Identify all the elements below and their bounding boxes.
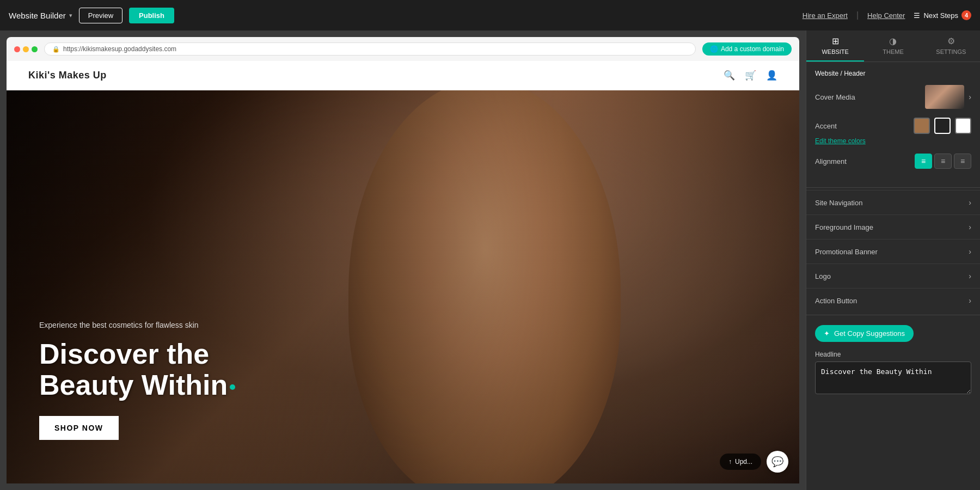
top-bar-right: Hire an Expert | Help Center ☰ Next Step…	[803, 10, 971, 20]
cover-media-chevron-icon[interactable]: ›	[969, 93, 971, 101]
site-header-icons: 🔍 🛒 👤	[724, 70, 777, 81]
chat-icon: 💬	[771, 456, 783, 468]
search-icon[interactable]: 🔍	[724, 70, 735, 81]
copy-suggestions-label: Get Copy Suggestions	[834, 329, 905, 338]
browser-dot-red	[14, 46, 20, 52]
hire-expert-link[interactable]: Hire an Expert	[803, 11, 848, 20]
hero-section: Experience the best cosmetics for flawle…	[7, 90, 799, 483]
browser-url-bar[interactable]: 🔒 https://kikismakesup.godaddysites.com	[44, 42, 696, 56]
tab-theme[interactable]: ◑ THEME	[864, 30, 922, 62]
builder-title-text: Website Builder	[9, 11, 66, 20]
top-bar: Website Builder ▾ Preview Publish Hire a…	[0, 0, 980, 30]
copy-suggestions-icon: ✦	[824, 329, 830, 338]
hero-content: Experience the best cosmetics for flawle…	[39, 320, 268, 440]
builder-title[interactable]: Website Builder ▾	[9, 11, 72, 20]
site-navigation-chevron-icon: ›	[969, 198, 971, 207]
alignment-buttons: ≡ ≡ ≡	[915, 154, 971, 169]
nav-item-site-navigation[interactable]: Site Navigation ›	[806, 190, 980, 215]
top-bar-left: Website Builder ▾ Preview Publish	[9, 8, 174, 23]
site-navigation-label: Site Navigation	[815, 199, 862, 207]
hero-title-text: Discover the Beauty Within	[39, 338, 228, 401]
main-content: 🔒 https://kikismakesup.godaddysites.com …	[0, 30, 980, 490]
website-tab-icon: ⊞	[832, 36, 839, 46]
update-icon: ↑	[728, 458, 732, 465]
panel-divider	[806, 187, 980, 188]
site-header: Kiki's Makes Up 🔍 🛒 👤	[7, 61, 799, 90]
get-copy-suggestions-button[interactable]: ✦ Get Copy Suggestions	[815, 325, 914, 342]
accent-swatch-brown[interactable]	[914, 118, 930, 134]
theme-tab-label: THEME	[883, 48, 904, 55]
chat-button[interactable]: 💬	[767, 451, 788, 473]
cover-media-label: Cover Media	[815, 93, 855, 101]
action-button-label: Action Button	[815, 297, 857, 305]
cart-icon[interactable]: 🛒	[745, 70, 756, 81]
browser-dots	[14, 46, 38, 52]
breadcrumb: Website / Header	[815, 70, 971, 77]
hero-title: Discover the Beauty Within	[39, 339, 268, 401]
website-preview: Kiki's Makes Up 🔍 🛒 👤 Experience the bes…	[7, 61, 799, 483]
help-center-link[interactable]: Help Center	[867, 11, 905, 20]
align-center-button[interactable]: ≡	[934, 154, 952, 169]
shop-now-button[interactable]: SHOP NOW	[39, 416, 119, 440]
align-left-button[interactable]: ≡	[915, 154, 932, 169]
user-icon[interactable]: 👤	[766, 70, 777, 81]
headline-label: Headline	[806, 351, 980, 362]
browser-dot-yellow	[23, 46, 29, 52]
copy-suggestions-section: ✦ Get Copy Suggestions	[806, 317, 980, 351]
alignment-label: Alignment	[815, 157, 915, 166]
builder-title-chevron-icon: ▾	[69, 12, 72, 19]
add-domain-button[interactable]: 🌐 Add a custom domain	[702, 42, 792, 56]
update-label: Upd...	[735, 458, 752, 465]
promotional-banner-chevron-icon: ›	[969, 247, 971, 256]
browser-dot-green	[32, 46, 38, 52]
tab-settings[interactable]: ⚙ SETTINGS	[922, 30, 980, 62]
action-button-chevron-icon: ›	[969, 296, 971, 305]
canvas-area: 🔒 https://kikismakesup.godaddysites.com …	[0, 30, 806, 490]
update-button[interactable]: ↑ Upd...	[720, 454, 761, 470]
cover-media-thumbnail[interactable]	[925, 85, 964, 109]
nav-item-action-button[interactable]: Action Button ›	[806, 288, 980, 313]
website-tab-label: WEBSITE	[822, 48, 849, 55]
foreground-image-chevron-icon: ›	[969, 223, 971, 231]
accent-swatch-white[interactable]	[955, 118, 971, 134]
tab-website[interactable]: ⊞ WEBSITE	[806, 30, 864, 62]
accent-row: Accent	[815, 118, 971, 134]
panel-tabs: ⊞ WEBSITE ◑ THEME ⚙ SETTINGS	[806, 30, 980, 62]
breadcrumb-current: Header	[844, 70, 865, 77]
panel-divider-2	[806, 315, 980, 315]
nav-item-promotional-banner[interactable]: Promotional Banner ›	[806, 239, 980, 264]
theme-tab-icon: ◑	[889, 36, 897, 46]
nav-item-logo[interactable]: Logo ›	[806, 264, 980, 288]
alignment-row: Alignment ≡ ≡ ≡	[815, 154, 971, 169]
settings-tab-label: SETTINGS	[936, 48, 966, 55]
separator: |	[856, 10, 859, 20]
hero-subtitle: Experience the best cosmetics for flawle…	[39, 320, 268, 331]
promotional-banner-label: Promotional Banner	[815, 248, 878, 256]
url-lock-icon: 🔒	[52, 46, 60, 53]
globe-icon: 🌐	[710, 45, 718, 53]
bottom-floaters: ↑ Upd... 💬	[720, 451, 788, 473]
align-right-button[interactable]: ≡	[954, 154, 971, 169]
next-steps-button[interactable]: ☰ Next Steps 4	[914, 10, 971, 20]
breadcrumb-prefix: Website	[815, 70, 838, 77]
logo-label: Logo	[815, 272, 831, 280]
url-text: https://kikismakesup.godaddysites.com	[63, 45, 176, 53]
nav-item-foreground-image[interactable]: Foreground Image ›	[806, 215, 980, 239]
foreground-image-label: Foreground Image	[815, 223, 873, 231]
next-steps-label: Next Steps	[923, 11, 958, 20]
next-steps-badge: 4	[961, 10, 971, 20]
headline-textarea[interactable]: Discover the Beauty Within	[815, 362, 971, 394]
browser-chrome: 🔒 https://kikismakesup.godaddysites.com …	[7, 37, 799, 61]
add-domain-label: Add a custom domain	[721, 45, 784, 53]
settings-tab-icon: ⚙	[947, 36, 955, 46]
site-logo: Kiki's Makes Up	[28, 70, 107, 81]
publish-button[interactable]: Publish	[129, 8, 174, 23]
accent-swatch-dark[interactable]	[934, 118, 951, 134]
accent-label: Accent	[815, 122, 909, 130]
cover-media-thumb-inner	[925, 85, 964, 109]
preview-button[interactable]: Preview	[79, 8, 122, 23]
panel-breadcrumb-section: Website / Header Cover Media › Accent	[806, 62, 980, 185]
edit-theme-colors-link[interactable]: Edit theme colors	[815, 137, 971, 145]
hero-dot-icon	[230, 384, 235, 390]
right-panel: ⊞ WEBSITE ◑ THEME ⚙ SETTINGS Website / H…	[806, 30, 980, 490]
